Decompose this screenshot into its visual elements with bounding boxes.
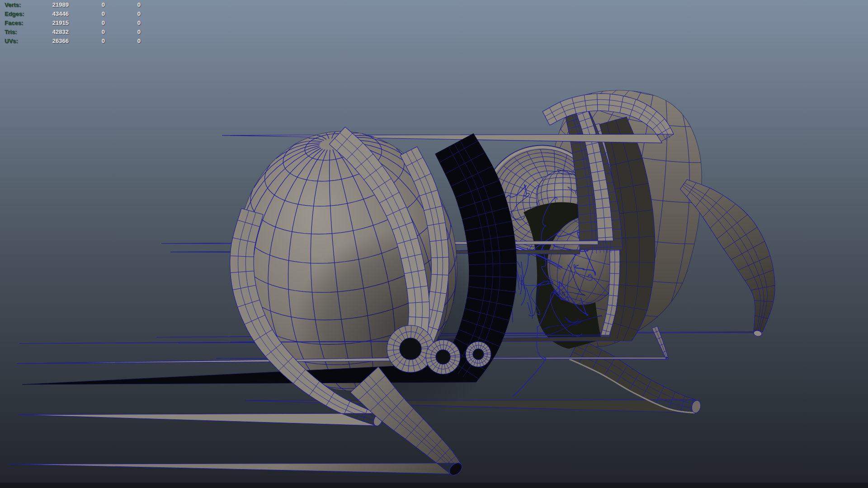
hud-value-cell: 42832 <box>36 28 69 37</box>
hud-row-label: Tris: <box>5 28 36 37</box>
hud-value-cell: 0 <box>69 37 105 46</box>
hud-value-cell: 0 <box>69 19 105 28</box>
hud-row: Tris: 42832 0 0 <box>0 28 141 37</box>
hud-row: Verts: 21989 0 0 <box>0 0 141 9</box>
hud-value-cell: 0 <box>69 28 105 37</box>
hud-value-cell: 0 <box>69 0 105 9</box>
hud-value-cell: 43446 <box>36 9 69 19</box>
hud-row: UVs: 26366 0 0 <box>0 37 141 46</box>
viewport-bottom-edge <box>0 483 868 488</box>
hud-row: Faces: 21915 0 0 <box>0 19 141 28</box>
maya-3d-viewport[interactable]: Verts: 21989 0 0 Edges: 43446 0 0 Faces:… <box>0 0 868 488</box>
hud-row-label: Edges: <box>5 9 36 19</box>
hud-row-label: UVs: <box>5 37 36 46</box>
hud-value-cell: 26366 <box>36 37 69 46</box>
hud-value-cell: 0 <box>105 0 141 9</box>
hud-row-label: Faces: <box>5 19 36 28</box>
hud-row: Edges: 43446 0 0 <box>0 9 141 19</box>
hud-value-cell: 0 <box>105 28 141 37</box>
hud-value-cell: 21989 <box>36 0 69 9</box>
hud-value-cell: 0 <box>105 19 141 28</box>
hud-row-label: Verts: <box>5 0 36 9</box>
poly-count-hud: Verts: 21989 0 0 Edges: 43446 0 0 Faces:… <box>0 0 141 46</box>
hud-value-cell: 0 <box>105 9 141 19</box>
viewport-canvas[interactable] <box>0 0 868 488</box>
hud-value-cell: 0 <box>69 9 105 19</box>
hud-value-cell: 21915 <box>36 19 69 28</box>
hud-value-cell: 0 <box>105 37 141 46</box>
